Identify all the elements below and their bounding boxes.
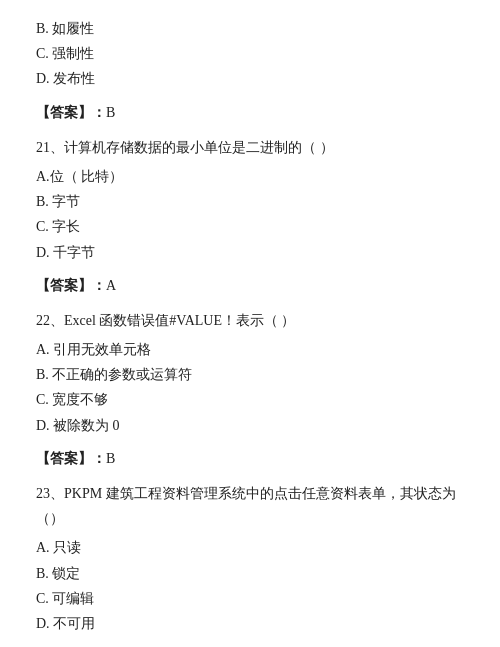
answer-value: B — [106, 105, 115, 120]
answer-label: 【答案】： — [36, 278, 106, 293]
option-item: C. 可编辑 — [36, 586, 464, 611]
option-item: C. 强制性 — [36, 41, 464, 66]
question-block: 23、PKPM 建筑工程资料管理系统中的点击任意资料表单，其状态为（） — [36, 481, 464, 531]
option-item: B. 如履性 — [36, 16, 464, 41]
option-item: B. 字节 — [36, 189, 464, 214]
answer-block: 【答案】：B — [36, 100, 464, 125]
option-item: C. 字长 — [36, 214, 464, 239]
options-block: B. 如履性C. 强制性D. 发布性 — [36, 16, 464, 92]
options-block: A.位（ 比特）B. 字节C. 字长D. 千字节 — [36, 164, 464, 265]
answer-block: 【答案】：B — [36, 446, 464, 471]
option-item: C. 宽度不够 — [36, 387, 464, 412]
answer-block: 【答案】：A — [36, 273, 464, 298]
option-item: D. 发布性 — [36, 66, 464, 91]
option-item: B. 锁定 — [36, 561, 464, 586]
option-item: A.位（ 比特） — [36, 164, 464, 189]
question-block: 21、计算机存储数据的最小单位是二进制的（ ） — [36, 135, 464, 160]
options-block: A. 引用无效单元格B. 不正确的参数或运算符C. 宽度不够D. 被除数为 0 — [36, 337, 464, 438]
option-item: B. 不正确的参数或运算符 — [36, 362, 464, 387]
option-item: A. 只读 — [36, 535, 464, 560]
option-item: D. 不可用 — [36, 611, 464, 636]
answer-label: 【答案】： — [36, 105, 106, 120]
answer-label: 【答案】： — [36, 451, 106, 466]
options-block: A. 只读B. 锁定C. 可编辑D. 不可用 — [36, 535, 464, 636]
option-item: D. 千字节 — [36, 240, 464, 265]
question-block: 22、Excel 函数错误值#VALUE！表示（ ） — [36, 308, 464, 333]
option-item: A. 引用无效单元格 — [36, 337, 464, 362]
answer-value: B — [106, 451, 115, 466]
content-area: B. 如履性C. 强制性D. 发布性【答案】：B21、计算机存储数据的最小单位是… — [36, 16, 464, 647]
answer-value: A — [106, 278, 116, 293]
option-item: D. 被除数为 0 — [36, 413, 464, 438]
